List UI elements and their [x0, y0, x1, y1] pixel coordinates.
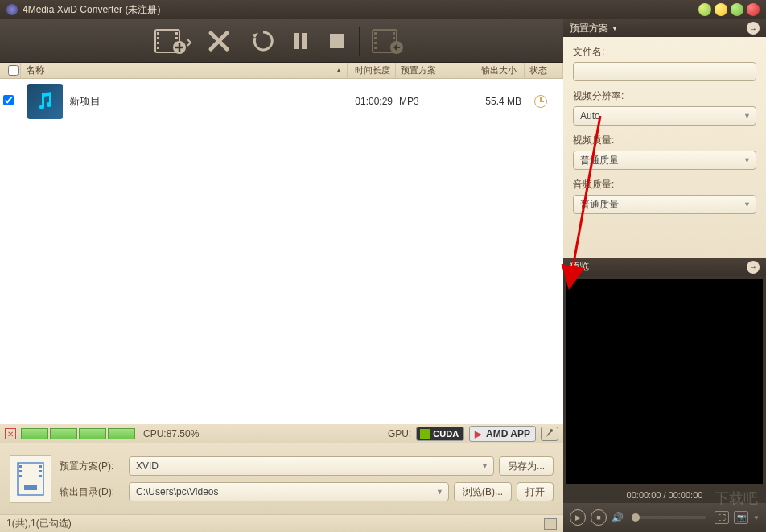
close-button[interactable]	[747, 3, 760, 16]
video-quality-combo[interactable]: 普通质量▼	[573, 151, 756, 170]
audio-quality-combo[interactable]: 普通质量▼	[573, 195, 756, 214]
audio-quality-label: 音频质量:	[573, 178, 756, 192]
svg-rect-12	[330, 34, 344, 48]
svg-rect-4	[157, 47, 159, 49]
filename-label: 文件名:	[573, 45, 756, 59]
svg-rect-29	[39, 475, 42, 477]
gpu-label: GPU:	[388, 428, 411, 439]
convert-button[interactable]	[364, 24, 416, 58]
preview-stop-button[interactable]: ■	[591, 509, 607, 526]
settings-button[interactable]	[541, 427, 558, 441]
svg-rect-25	[19, 470, 22, 472]
svg-rect-19	[393, 37, 395, 39]
video-resolution-label: 视频分辨率:	[573, 89, 756, 103]
window-controls	[698, 3, 760, 16]
refresh-button[interactable]	[246, 24, 280, 58]
pause-button[interactable]	[283, 24, 317, 58]
output-dir-combo[interactable]: C:\Users\pc\Videos▼	[129, 482, 449, 501]
column-status[interactable]: 状态	[525, 63, 563, 78]
pending-icon	[534, 95, 547, 108]
video-quality-label: 视频质量:	[573, 134, 756, 147]
seek-slider[interactable]	[632, 516, 706, 519]
status-text: 1(共),1(已勾选)	[6, 517, 72, 530]
column-checkbox[interactable]	[3, 63, 21, 78]
column-size[interactable]: 输出大小	[476, 63, 525, 78]
svg-rect-30	[24, 485, 37, 490]
svg-rect-2	[157, 37, 159, 39]
cuda-badge[interactable]: CUDA	[416, 427, 464, 441]
row-status	[521, 95, 560, 108]
browse-button[interactable]: 浏览(B)...	[454, 482, 512, 501]
expand-preset-button[interactable]: →	[747, 22, 760, 35]
svg-rect-11	[302, 33, 307, 49]
log-button[interactable]	[544, 518, 557, 530]
svg-rect-17	[374, 47, 377, 49]
svg-rect-6	[175, 37, 178, 39]
profile-thumbnail-icon	[10, 455, 51, 503]
amd-badge[interactable]: AMD APP	[469, 426, 536, 442]
time-display: 00:00:00 / 00:00:00	[563, 487, 766, 503]
svg-rect-27	[39, 465, 42, 468]
window-title: 4Media XviD Converter (未注册)	[23, 3, 698, 17]
play-controls: ▶ ■ 🔊 ⛶ 📷 ▼	[563, 503, 766, 532]
minimize-button[interactable]	[715, 3, 727, 16]
save-as-button[interactable]: 另存为...	[499, 456, 554, 476]
output-dir-label: 输出目录(D):	[60, 485, 124, 499]
preset-label: 预置方案(P):	[60, 460, 124, 473]
properties-panel: 文件名: 视频分辨率: Auto▼ 视频质量: 普通质量▼ 音频质量: 普通质量…	[563, 37, 766, 258]
filename-input[interactable]	[573, 62, 756, 81]
fullscreen-button[interactable]: ⛶	[715, 511, 729, 524]
column-duration[interactable]: 时间长度	[348, 63, 396, 78]
help-button[interactable]	[698, 3, 711, 16]
cpu-bar: ✕ CPU:87.50% GPU: CUDA AMD APP	[0, 424, 563, 443]
music-icon	[27, 84, 63, 119]
svg-rect-5	[175, 32, 178, 35]
row-duration: 01:00:29	[344, 96, 393, 107]
snapshot-button[interactable]: 📷	[734, 511, 748, 524]
preview-section-header: 预览 →	[563, 258, 766, 276]
preset-combo[interactable]: XVID▼	[129, 456, 494, 476]
app-logo-icon	[6, 4, 18, 15]
remove-button[interactable]	[202, 24, 236, 58]
svg-rect-1	[157, 32, 159, 35]
table-row[interactable]: 新项目 01:00:29 MP3 55.4 MB	[0, 79, 563, 124]
svg-rect-16	[374, 42, 377, 44]
table-header: 名称▲ 时间长度 预置方案 输出大小 状态	[0, 63, 563, 79]
svg-rect-26	[19, 475, 22, 477]
svg-rect-24	[19, 465, 22, 468]
open-button[interactable]: 打开	[517, 482, 554, 501]
row-size: 55.4 MB	[473, 96, 521, 107]
row-name: 新项目	[69, 94, 344, 109]
row-preset: MP3	[393, 96, 473, 107]
titlebar: 4Media XviD Converter (未注册)	[0, 0, 766, 19]
svg-rect-18	[393, 32, 395, 35]
add-file-button[interactable]	[147, 24, 199, 58]
expand-preview-button[interactable]: →	[747, 261, 760, 274]
svg-rect-10	[294, 33, 299, 49]
svg-rect-3	[157, 42, 159, 44]
maximize-button[interactable]	[731, 3, 743, 16]
svg-rect-15	[374, 37, 377, 39]
svg-rect-14	[374, 32, 377, 35]
status-bar: 1(共),1(已勾选)	[0, 514, 563, 532]
main-toolbar	[0, 19, 563, 63]
output-panel: 预置方案(P): XVID▼ 另存为... 输出目录(D): C:\Users\…	[0, 443, 563, 514]
volume-icon[interactable]: 🔊	[612, 512, 624, 523]
cpu-cores-icon	[21, 428, 135, 439]
stop-button[interactable]	[320, 24, 354, 58]
preview-viewport	[566, 279, 763, 485]
preset-section-header: 预置方案▼ →	[563, 19, 766, 37]
cpu-close-button[interactable]: ✕	[5, 428, 16, 439]
column-preset[interactable]: 预置方案	[396, 63, 476, 78]
svg-rect-28	[39, 470, 42, 472]
file-list: 新项目 01:00:29 MP3 55.4 MB	[0, 79, 563, 424]
cpu-usage-label: CPU:87.50%	[143, 428, 199, 439]
column-name[interactable]: 名称▲	[21, 63, 348, 78]
select-all-checkbox[interactable]	[8, 65, 19, 76]
row-checkbox[interactable]	[3, 95, 14, 105]
video-resolution-combo[interactable]: Auto▼	[573, 106, 756, 126]
play-button[interactable]: ▶	[570, 509, 586, 526]
